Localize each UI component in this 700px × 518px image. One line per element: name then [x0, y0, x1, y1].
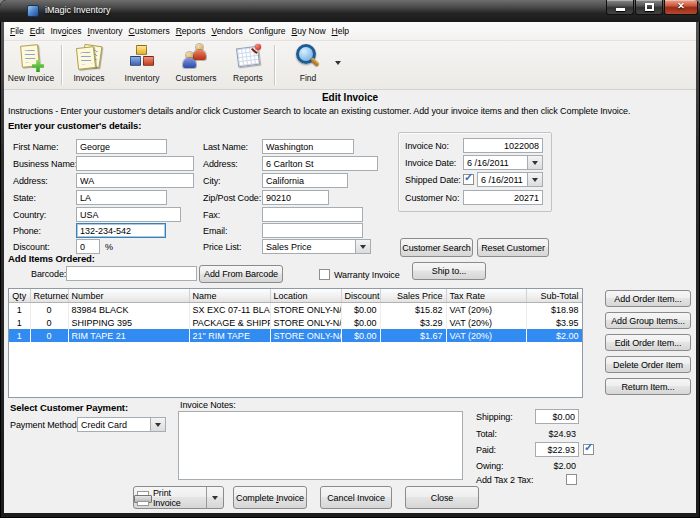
business-name-input[interactable] — [76, 156, 194, 171]
titlebar[interactable]: iMagic Inventory ✕ — [0, 0, 700, 22]
menu-buy-now[interactable]: Buy Now — [289, 23, 329, 39]
toolbar-reports[interactable]: Reports — [225, 43, 271, 87]
discount-label: Discount: — [13, 242, 50, 252]
menu-inventory[interactable]: Inventory — [85, 23, 126, 39]
print-dropdown-arrow[interactable] — [206, 487, 223, 508]
shipping-input[interactable] — [535, 409, 579, 424]
menu-edit[interactable]: Edit — [27, 23, 48, 39]
ship-to-button[interactable]: Ship to... — [412, 262, 486, 280]
window-body: File Edit Invoices Inventory Customers R… — [4, 22, 696, 513]
last-name-input[interactable] — [262, 139, 354, 154]
reset-customer-button[interactable]: Reset Customer — [477, 238, 549, 257]
table-row-selected[interactable]: 1 0 RIM TAPE 21 21" RIM TAPE STORE ONLY-… — [9, 329, 582, 342]
barcode-input[interactable] — [66, 266, 197, 281]
customer-search-button[interactable]: Customer Search — [400, 238, 473, 257]
toolbar-customers[interactable]: Customers — [170, 43, 222, 87]
cancel-invoice-button[interactable]: Cancel Invoice — [320, 486, 392, 509]
first-name-input[interactable] — [76, 139, 167, 154]
col-sub-total[interactable]: Sub-Total — [526, 289, 582, 303]
add-tax2-label: Add Tax 2 Tax: — [476, 475, 533, 485]
invoice-notes-label: Invoice Notes: — [180, 400, 236, 410]
complete-invoice-button[interactable]: Complete Invoice — [233, 486, 307, 509]
items-table-container[interactable]: Qty Returned Number Name Location Discou… — [8, 288, 583, 398]
shipped-date-picker[interactable]: 6 /16/2011 — [477, 172, 543, 187]
find-dropdown-arrow[interactable] — [333, 58, 343, 68]
phone-input[interactable] — [76, 223, 166, 238]
warranty-invoice-checkbox[interactable] — [319, 269, 330, 280]
delete-order-item-button[interactable]: Delete Order Item — [605, 356, 691, 373]
invoice-no-input[interactable] — [463, 138, 543, 153]
print-invoice-button[interactable]: Print Invoice — [133, 486, 224, 509]
toolbar-find[interactable]: Find — [285, 43, 331, 87]
instructions-text: Instructions - Enter your customer's det… — [8, 106, 630, 116]
maximize-button[interactable] — [635, 0, 663, 15]
menu-file[interactable]: File — [7, 23, 27, 39]
shipped-date-label: Shipped Date: — [405, 175, 461, 185]
menu-configure[interactable]: Configure — [246, 23, 289, 39]
col-name[interactable]: Name — [189, 289, 270, 303]
price-list-select[interactable]: Sales Price — [262, 239, 371, 254]
barcode-label: Barcode: — [31, 269, 66, 279]
add-order-item-button[interactable]: Add Order Item... — [605, 290, 691, 307]
total-label: Total: — [476, 429, 497, 439]
col-tax-rate[interactable]: Tax Rate — [446, 289, 526, 303]
city-input[interactable] — [262, 173, 348, 188]
invoice-date-picker[interactable]: 6 /16/2011 — [463, 155, 543, 170]
payment-method-dropdown-arrow[interactable] — [150, 418, 165, 431]
menu-help[interactable]: Help — [329, 23, 352, 39]
reports-icon — [232, 43, 264, 72]
address-input[interactable] — [76, 173, 194, 188]
col-location[interactable]: Location — [270, 289, 341, 303]
country-input[interactable] — [76, 207, 181, 222]
fax-label: Fax: — [203, 210, 220, 220]
add-from-barcode-button[interactable]: Add From Barcode — [199, 265, 283, 283]
discount-input[interactable] — [76, 239, 100, 254]
price-list-dropdown-arrow[interactable] — [355, 240, 370, 253]
edit-order-item-button[interactable]: Edit Order Item... — [605, 334, 691, 351]
items-table: Qty Returned Number Name Location Discou… — [9, 289, 583, 342]
paid-input[interactable] — [535, 442, 579, 457]
invoice-date-dropdown-arrow[interactable] — [527, 156, 542, 169]
col-returned[interactable]: Returned — [30, 289, 68, 303]
table-row[interactable]: 1 0 SHIPPING 395 PACKAGE & SHIPPING STOR… — [9, 316, 582, 329]
country-label: Country: — [13, 210, 46, 220]
warranty-invoice-label: Warranty Invoice — [334, 270, 400, 280]
city-label: City: — [203, 176, 221, 186]
app-window: iMagic Inventory ✕ File Edit Invoices In… — [0, 0, 700, 518]
email-input[interactable] — [262, 223, 363, 238]
toolbar-new-invoice[interactable]: New Invoice — [4, 43, 58, 87]
menu-invoices[interactable]: Invoices — [47, 23, 84, 39]
address2-input[interactable] — [262, 156, 378, 171]
col-sales-price[interactable]: Sales Price — [380, 289, 446, 303]
toolbar-inventory[interactable]: Inventory — [116, 43, 168, 87]
invoice-notes-textarea[interactable] — [178, 411, 463, 480]
customers-icon — [180, 43, 212, 72]
close-window-button[interactable]: ✕ — [664, 0, 698, 15]
payment-method-select[interactable]: Credit Card — [77, 417, 166, 432]
add-group-items-button[interactable]: Add Group Items... — [605, 312, 691, 329]
shipped-date-checkbox[interactable]: ✓ — [463, 174, 474, 185]
col-number[interactable]: Number — [68, 289, 189, 303]
zip-input[interactable] — [262, 190, 329, 205]
table-row[interactable]: 1 0 83984 BLACK SX EXC 07-11 BLACK STORE… — [9, 303, 582, 317]
add-tax2-checkbox[interactable] — [566, 474, 577, 485]
menu-vendors[interactable]: Vendors — [208, 23, 245, 39]
col-qty[interactable]: Qty — [9, 289, 30, 303]
state-input[interactable] — [76, 190, 167, 205]
menu-reports[interactable]: Reports — [173, 23, 209, 39]
price-list-label: Price List: — [203, 242, 241, 252]
menu-customers[interactable]: Customers — [126, 23, 173, 39]
close-button[interactable]: Close — [405, 486, 479, 509]
fax-input[interactable] — [262, 207, 363, 222]
toolbar-invoices[interactable]: Invoices — [65, 43, 113, 87]
col-discount[interactable]: Discount — [341, 289, 380, 303]
minimize-button[interactable] — [606, 0, 634, 15]
return-item-button[interactable]: Return Item... — [605, 378, 691, 395]
customer-no-input[interactable] — [463, 190, 543, 205]
first-name-label: First Name: — [13, 142, 58, 152]
paid-checkbox[interactable]: ✓ — [583, 444, 594, 455]
toolbar-separator — [274, 45, 275, 85]
invoice-date-label: Invoice Date: — [405, 158, 456, 168]
shipped-date-dropdown-arrow[interactable] — [527, 173, 542, 186]
inventory-icon — [126, 43, 158, 72]
